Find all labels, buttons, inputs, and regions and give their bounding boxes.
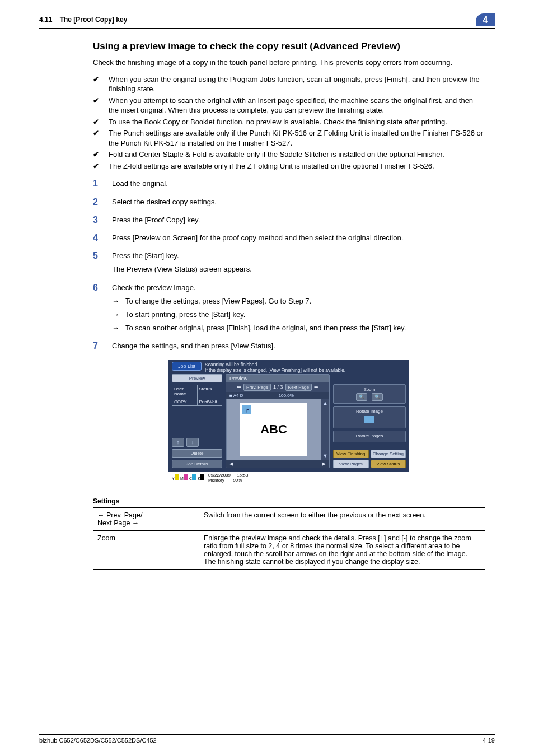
prereq-item: The Z-fold settings are available only i… bbox=[109, 161, 434, 171]
toner-indicator: Y M C K bbox=[172, 474, 205, 481]
step-body: Check the preview image. →To change the … bbox=[112, 283, 485, 334]
settings-row-desc: Switch from the current screen to either… bbox=[199, 507, 485, 530]
scroll-down-icon[interactable]: ↓ bbox=[186, 438, 199, 447]
rotate-pages-panel[interactable]: Rotate Pages bbox=[333, 431, 406, 442]
step-number: 2 bbox=[93, 197, 102, 207]
arrow-icon: → bbox=[112, 296, 120, 306]
footer-page: 4-19 bbox=[483, 737, 495, 744]
prereq-item: When you scan the original using the Pro… bbox=[109, 74, 485, 94]
check-icon: ✔ bbox=[93, 161, 101, 171]
zoom-in-icon[interactable]: 🔍 bbox=[372, 393, 383, 401]
prereq-item: When you attempt to scan the original wi… bbox=[109, 96, 485, 115]
status-line: Scanning will be finished. bbox=[205, 362, 345, 367]
settings-heading: Settings bbox=[93, 497, 485, 505]
prereq-item: The Punch settings are available only if… bbox=[109, 128, 485, 148]
prev-page-chip[interactable]: Prev. Page bbox=[243, 384, 271, 391]
preview-title: Preview bbox=[226, 375, 329, 382]
prereq-item: Fold and Center Staple & Fold is availab… bbox=[109, 150, 444, 160]
status-memory-value: 99% bbox=[233, 478, 242, 483]
delete-button[interactable]: Delete bbox=[172, 449, 222, 458]
step-body: Select the desired copy settings. bbox=[112, 197, 485, 207]
view-status-button[interactable]: View Status bbox=[371, 460, 406, 468]
check-icon: ✔ bbox=[93, 150, 101, 160]
status-date: 09/22/2009 bbox=[208, 473, 231, 478]
step-number: 1 bbox=[93, 179, 102, 189]
step-number: 5 bbox=[93, 251, 102, 274]
change-setting-button[interactable]: Change Setting bbox=[371, 450, 406, 458]
prerequisite-list: ✔When you scan the original using the Pr… bbox=[93, 74, 485, 171]
step-body: Press the [Proof Copy] key. bbox=[112, 215, 485, 225]
step-number: 3 bbox=[93, 215, 102, 225]
page-title: Using a preview image to check the copy … bbox=[93, 41, 485, 52]
step-body: Change the settings, and then press [Vie… bbox=[112, 341, 485, 351]
preview-page: ┌ ABC bbox=[240, 403, 307, 456]
step-number: 7 bbox=[93, 341, 102, 351]
intro-paragraph: Check the finishing image of a copy in t… bbox=[93, 58, 485, 68]
settings-row-desc: Enlarge the preview image and check the … bbox=[199, 530, 485, 569]
step-body: Press the [Start] key. The Preview (View… bbox=[112, 251, 485, 274]
zoom-out-icon[interactable]: 🔍 bbox=[356, 393, 367, 401]
step-number: 4 bbox=[93, 233, 102, 243]
status-time: 15:53 bbox=[237, 473, 248, 478]
chapter-badge: 4 bbox=[476, 13, 495, 26]
arrow-icon: → bbox=[112, 323, 120, 333]
header-left: 4.11 The [Proof Copy] key bbox=[39, 16, 127, 24]
status-memory-label: Memory bbox=[208, 478, 224, 483]
step-body: Press [Preview on Screen] for the proof … bbox=[112, 233, 485, 243]
rotate-image-panel[interactable]: Rotate Image bbox=[333, 406, 406, 428]
settings-row-name: ← Prev. Page/ Next Page → bbox=[93, 507, 199, 530]
status-line: If the display size is changed, [View Fi… bbox=[205, 367, 345, 373]
job-details-button[interactable]: Job Details bbox=[172, 460, 222, 468]
check-icon: ✔ bbox=[93, 117, 101, 127]
zoom-panel: Zoom 🔍 🔍 bbox=[333, 384, 406, 404]
view-finishing-button[interactable]: View Finishing bbox=[333, 450, 369, 458]
preview-button[interactable]: Preview bbox=[172, 374, 222, 382]
page-indicator: 1 / 3 bbox=[273, 384, 283, 390]
check-icon: ✔ bbox=[93, 128, 101, 148]
step-number: 6 bbox=[93, 283, 102, 334]
step-body: Load the original. bbox=[112, 179, 485, 189]
check-icon: ✔ bbox=[93, 74, 101, 94]
job-list-button[interactable]: Job List bbox=[172, 362, 202, 371]
scroll-left-icon[interactable]: ◀ bbox=[229, 461, 233, 466]
prereq-item: To use the Book Copy or Booklet function… bbox=[109, 117, 447, 127]
footer-model: bizhub C652/C652DS/C552/C552DS/C452 bbox=[39, 737, 157, 744]
scroll-down-icon[interactable]: ▼ bbox=[323, 453, 328, 459]
arrow-left-icon[interactable]: ⬅ bbox=[237, 384, 241, 390]
device-screenshot: Job List Scanning will be finished. If t… bbox=[168, 360, 409, 484]
settings-table: ← Prev. Page/ Next Page → Switch from th… bbox=[93, 507, 485, 570]
staple-icon: ┌ bbox=[242, 405, 251, 414]
arrow-right-icon[interactable]: ➡ bbox=[314, 384, 318, 390]
scroll-up-icon[interactable]: ↑ bbox=[172, 438, 184, 447]
view-pages-button[interactable]: View Pages bbox=[333, 460, 369, 468]
steps-list: 1 Load the original. 2 Select the desire… bbox=[93, 179, 485, 351]
rotate-icon bbox=[364, 416, 374, 423]
settings-row-name: Zoom bbox=[93, 530, 199, 569]
check-icon: ✔ bbox=[93, 96, 101, 115]
next-page-chip[interactable]: Next Page bbox=[285, 384, 312, 391]
scroll-up-icon[interactable]: ▲ bbox=[323, 400, 328, 406]
job-table: User NameStatus COPYPrintWait bbox=[172, 385, 222, 406]
scroll-right-icon[interactable]: ▶ bbox=[322, 461, 326, 466]
arrow-icon: → bbox=[112, 310, 120, 320]
